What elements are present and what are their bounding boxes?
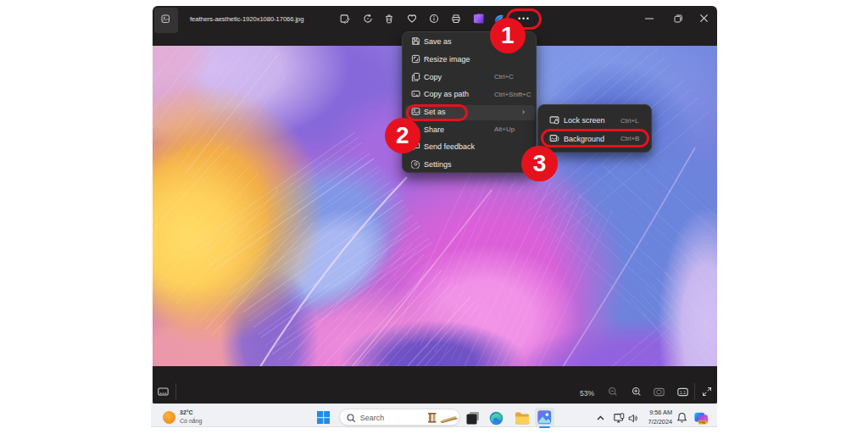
svg-text:PRE: PRE <box>699 421 706 425</box>
svg-text:1:1: 1:1 <box>680 391 686 395</box>
